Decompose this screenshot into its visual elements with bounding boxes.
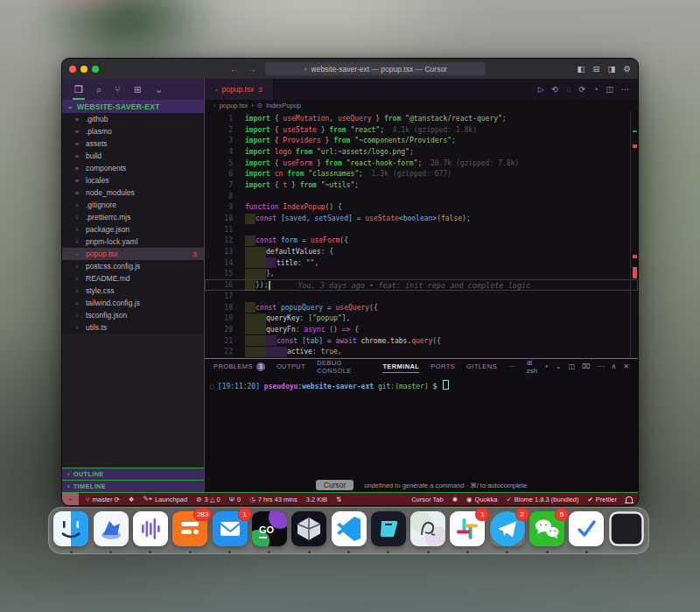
tree-item--github[interactable]: ».github [62, 113, 204, 125]
tree-item--gitignore[interactable]: ▫.gitignore [62, 199, 204, 211]
more-terminal-actions-icon[interactable]: ⋯ [597, 362, 604, 370]
tree-item-postcss-config-js[interactable]: ▫postcss.config.js [62, 260, 204, 272]
panel-tab-terminal[interactable]: TERMINAL [382, 359, 419, 374]
code-line-14[interactable]: 14title: "", [205, 257, 638, 269]
code-line-11[interactable]: 11 [205, 224, 638, 236]
tree-item-pnpm-lock-yaml[interactable]: ▫pnpm-lock.yaml [62, 236, 204, 248]
tree-item-node-modules[interactable]: »node_modules [62, 186, 204, 199]
status-git-branch[interactable]: ⑂master ⟳ [86, 496, 120, 503]
code-line-3[interactable]: 3import { Providers } from "~components/… [205, 135, 638, 146]
history-forward-button[interactable]: → [248, 64, 256, 74]
zoom-window-button[interactable] [92, 66, 99, 73]
status-compare[interactable]: ⇅ [336, 496, 341, 503]
code-line-10[interactable]: 10const [saved, setSaved] = useState<boo… [205, 213, 638, 224]
dock-vscode[interactable] [332, 511, 367, 553]
code-line-17[interactable]: 17 [205, 291, 638, 302]
status-notifications[interactable] [626, 496, 633, 503]
tree-item-popup-tsx[interactable]: ▫popup.tsx3 [62, 248, 204, 260]
code-line-6[interactable]: 6import cn from "classnames"; 1.3k (gzip… [205, 168, 638, 179]
more-views-icon[interactable]: ⌄ [155, 85, 163, 95]
history-back-button[interactable]: ← [230, 64, 239, 74]
tree-item-assets[interactable]: »assets [62, 137, 204, 150]
code-line-9[interactable]: 9function IndexPopup() { [205, 202, 638, 214]
close-panel-icon[interactable]: ✕ [623, 362, 629, 370]
code-line-5[interactable]: 5import { useForm } from "react-hook-for… [205, 158, 638, 169]
dock-mail[interactable]: 1 [213, 511, 248, 553]
tree-item-tsconfig-json[interactable]: ▫tsconfig.json [62, 309, 204, 321]
toggle-panel-icon[interactable]: ⊟ [593, 64, 600, 74]
tab-popup-tsx[interactable]: ▫ popup.tsx 3 [205, 79, 274, 100]
kill-terminal-icon[interactable]: ⌧ [582, 362, 590, 370]
dock-cursor[interactable] [291, 511, 326, 553]
terminal-dropdown-icon[interactable]: ⌄ [556, 362, 562, 370]
status-extension-indicator[interactable]: ❖ [129, 496, 135, 503]
code-line-15[interactable]: 15}, [205, 269, 638, 280]
split-terminal-icon[interactable]: ◫ [569, 362, 576, 370]
panel-tab-output[interactable]: OUTPUT [276, 359, 305, 374]
timeline-icon[interactable]: ◔ [593, 85, 598, 94]
code-line-18[interactable]: 18const popupQuery = useQuery({ [205, 302, 638, 313]
dock-finder[interactable] [53, 511, 88, 553]
status-gitlens[interactable]: ✺ [452, 496, 458, 503]
code-line-1[interactable]: 1import { useMutation, useQuery } from "… [205, 113, 638, 124]
code-line-16[interactable]: 16}); You, 3 days ago • feat: init repo … [205, 279, 638, 291]
section-outline[interactable]: ›OUTLINE [62, 468, 204, 480]
overview-ruler[interactable] [630, 111, 638, 358]
more-actions-icon[interactable]: ⋯ [621, 85, 629, 94]
code-line-19[interactable]: 19queryKey: ["popup"], [205, 313, 638, 324]
code-line-2[interactable]: 2import { useState } from "react"; 4.1k … [205, 124, 638, 136]
minimize-window-button[interactable] [80, 66, 88, 73]
explorer-icon[interactable]: ❐ [74, 85, 83, 95]
close-window-button[interactable] [69, 66, 76, 73]
code-line-20[interactable]: 20queryFn: async () => { [205, 324, 638, 335]
code-line-8[interactable]: 8 [205, 191, 638, 202]
nav-forward-icon[interactable]: ⟳ [579, 85, 586, 94]
tree-item-utils-ts[interactable]: ▫utils.ts [62, 321, 204, 334]
tree-item--prettierrc-mjs[interactable]: ▫.prettierrc.mjs [62, 211, 204, 223]
status-biome[interactable]: ✓Biome 1.8.3 (bundled) [506, 496, 578, 503]
tree-item-tailwind-config-js[interactable]: ▫tailwind.config.js [62, 297, 204, 309]
dock-slack[interactable]: 1 [450, 511, 485, 553]
dock-rss-reader[interactable]: 283 [172, 511, 207, 553]
breadcrumb[interactable]: ▫ popup.tsx › ⊙ IndexPopup [205, 100, 638, 111]
tree-item-package-json[interactable]: ▫package.json [62, 223, 204, 236]
code-line-4[interactable]: 4import logo from "url:~assets/logo.png"… [205, 146, 638, 158]
dock-telegram[interactable]: 2 [490, 511, 525, 553]
section-timeline[interactable]: ›TIMELINE [62, 480, 204, 492]
status-problems[interactable]: ⊘3 △ 0 [196, 496, 220, 503]
breadcrumb-symbol[interactable]: IndexPopup [266, 102, 301, 109]
panel-tab-debug-console[interactable]: DEBUG CONSOLE [317, 359, 371, 374]
status-launchpad[interactable]: ✎⌖Launchpad [144, 495, 188, 503]
status-file-size[interactable]: 3.2 KiB [306, 496, 327, 503]
code-editor[interactable]: 1import { useMutation, useQuery } from "… [205, 111, 638, 358]
cursor-hint-chip[interactable]: Cursor [316, 480, 354, 490]
status-forks[interactable]: Ψ0 [229, 496, 241, 503]
source-control-icon[interactable]: ⑂ [115, 85, 121, 95]
tree-item-locales[interactable]: »locales [62, 174, 204, 186]
extensions-icon[interactable]: ⊞ [134, 85, 142, 95]
terminal[interactable]: ○[19:11:20] pseudoyu:website-saver-ext g… [205, 374, 638, 478]
dock-goland[interactable]: GO [252, 511, 287, 553]
dock-warp[interactable] [371, 511, 406, 553]
panel-tab--[interactable]: ⋯ [508, 359, 515, 374]
settings-icon[interactable]: ⚙ [623, 64, 631, 74]
status-cursor-tab[interactable]: Cursor Tab [411, 496, 444, 503]
code-line-21[interactable]: 21const [tab] = await chrome.tabs.query(… [205, 335, 638, 347]
split-editor-icon[interactable]: ◫ [606, 85, 613, 94]
record-icon[interactable]: ◌ [566, 85, 570, 94]
tree-item-components[interactable]: »components [62, 162, 204, 174]
toggle-primary-sidebar-icon[interactable]: ◧ [578, 64, 585, 74]
dock-hidden-app[interactable] [609, 511, 644, 553]
status-remote[interactable]: ⌁ [62, 493, 79, 505]
code-line-13[interactable]: 13defaultValues: { [205, 246, 638, 257]
status-prettier[interactable]: ✔Prettier [588, 496, 617, 503]
code-line-12[interactable]: 12const form = useForm({ [205, 236, 638, 247]
tree-item-style-css[interactable]: ▫style.css [62, 285, 204, 297]
panel-tab-problems[interactable]: PROBLEMS3 [214, 359, 265, 374]
code-line-22[interactable]: 22active: true, [205, 346, 638, 357]
code-line-7[interactable]: 7import { t } from "~utils"; [205, 179, 638, 191]
dock-ai-notes[interactable] [410, 511, 445, 553]
dock-wechat[interactable]: 5 [529, 511, 564, 553]
breadcrumb-file[interactable]: popup.tsx [220, 102, 248, 109]
explorer-root-header[interactable]: ⌄ WEBSITE-SAVER-EXT [62, 100, 204, 113]
